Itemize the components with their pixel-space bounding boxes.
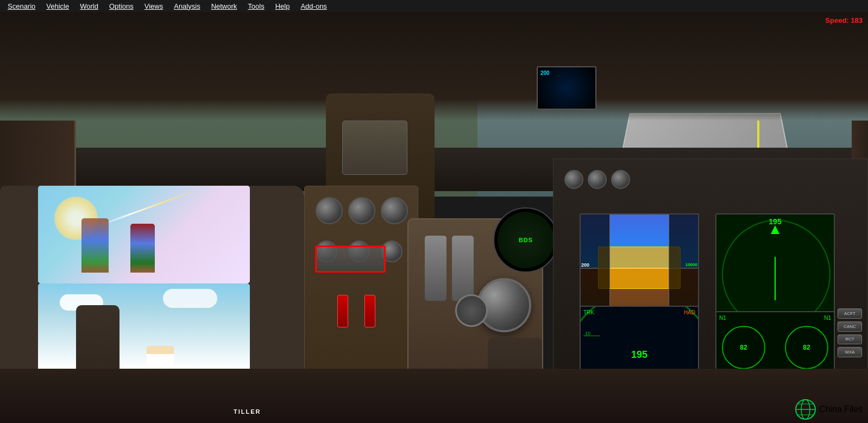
menu-views[interactable]: Views: [139, 1, 168, 11]
menu-addons[interactable]: Add-ons: [295, 1, 332, 11]
ecam-gauge-left: 82: [722, 326, 765, 369]
menu-options[interactable]: Options: [104, 1, 139, 11]
cockpit-floor: [0, 369, 868, 423]
right-knob-3[interactable]: [611, 170, 630, 189]
red-highlight-box: [315, 245, 386, 273]
watermark-text: China Files: [819, 405, 863, 414]
nd-heading-value: 195: [769, 217, 781, 226]
ecam-gauge-right-value: 82: [803, 344, 810, 351]
menu-analysis[interactable]: Analysis: [168, 1, 205, 11]
pfd-alt-tape: 10000: [669, 214, 698, 321]
compass-side-value: 10: [585, 331, 590, 336]
anime-figure-2: [130, 224, 155, 273]
isis-text: 200: [540, 70, 550, 76]
wxa-button[interactable]: WXA: [838, 347, 862, 357]
menu-vehicle[interactable]: Vehicle: [41, 1, 74, 11]
acft-button[interactable]: ACFT: [838, 308, 862, 319]
right-knob-1[interactable]: [564, 170, 583, 189]
canc-button[interactable]: CANC: [838, 321, 862, 332]
menu-world[interactable]: World: [74, 1, 104, 11]
pfd-speed-value: 200: [581, 262, 589, 268]
throttle-lever-right[interactable]: [452, 236, 474, 301]
city-cloud-2: [163, 289, 217, 308]
menu-help[interactable]: Help: [270, 1, 295, 11]
simulator-view: TILLER BDS 200: [0, 12, 868, 423]
ecam-n2-label: N1: [824, 315, 831, 321]
knob-1[interactable]: [316, 197, 343, 224]
isis-screen: 200: [537, 66, 596, 110]
watermark-icon: [795, 399, 816, 420]
tiller-label: TILLER: [234, 408, 261, 415]
red-highlight-inner: [317, 247, 384, 271]
comet-line: [96, 189, 198, 228]
rct-button[interactable]: RCT: [838, 334, 862, 345]
knob-3[interactable]: [381, 197, 408, 224]
bds-inner: BDS: [498, 212, 554, 268]
pfd-alt-value: 10000: [685, 262, 697, 267]
pedal-area: [342, 121, 407, 175]
cup-holder: [455, 294, 488, 327]
pfd-speed-tape: 200: [581, 214, 610, 321]
ecam-n1-label: N1: [719, 315, 726, 321]
fuel-lever-right[interactable]: [364, 295, 375, 327]
compass-center-value: 195: [631, 349, 647, 361]
ecam-gauge-left-value: 82: [740, 344, 747, 351]
cockpit: TILLER BDS 200: [0, 12, 868, 423]
throttle-lever-left[interactable]: [425, 236, 446, 301]
right-buttons-panel: ACFT CANC RCT WXA: [835, 306, 867, 360]
compass-had-label: HAD: [684, 310, 695, 315]
right-knob-2[interactable]: [588, 170, 607, 189]
nd-heading-triangle: [771, 225, 779, 234]
watermark: China Files: [795, 399, 863, 420]
menu-tools[interactable]: Tools: [242, 1, 269, 11]
nd-screen: 195 10: [715, 213, 835, 322]
bds-display: BDS: [493, 207, 558, 273]
compass-heading-label: TRK: [583, 310, 594, 315]
knob-2[interactable]: [348, 197, 375, 224]
menubar: Scenario Vehicle World Options Views Ana…: [0, 0, 868, 12]
right-panel-knobs: [564, 170, 630, 189]
speed-label: Speed: 183: [825, 16, 863, 24]
menu-scenario[interactable]: Scenario: [2, 1, 41, 11]
fuel-lever-left[interactable]: [337, 295, 348, 327]
menu-network[interactable]: Network: [206, 1, 243, 11]
anime-figure-1: [81, 218, 109, 273]
nd-arc: [722, 220, 831, 322]
nd-route-line: [775, 257, 776, 300]
pfd-yellow-box: [598, 247, 680, 289]
ecam-gauge-right: 82: [785, 326, 828, 369]
anime-sky-art: [38, 186, 250, 283]
